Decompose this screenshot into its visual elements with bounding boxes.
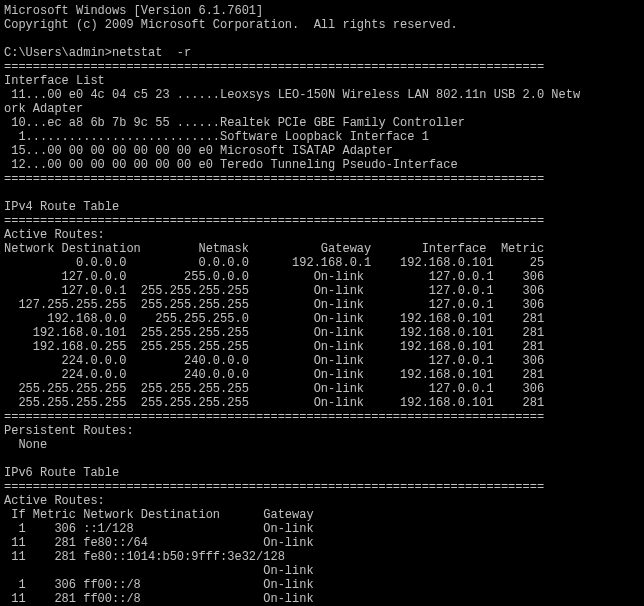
console-output: Microsoft Windows [Version 6.1.7601] Cop… (4, 4, 580, 606)
